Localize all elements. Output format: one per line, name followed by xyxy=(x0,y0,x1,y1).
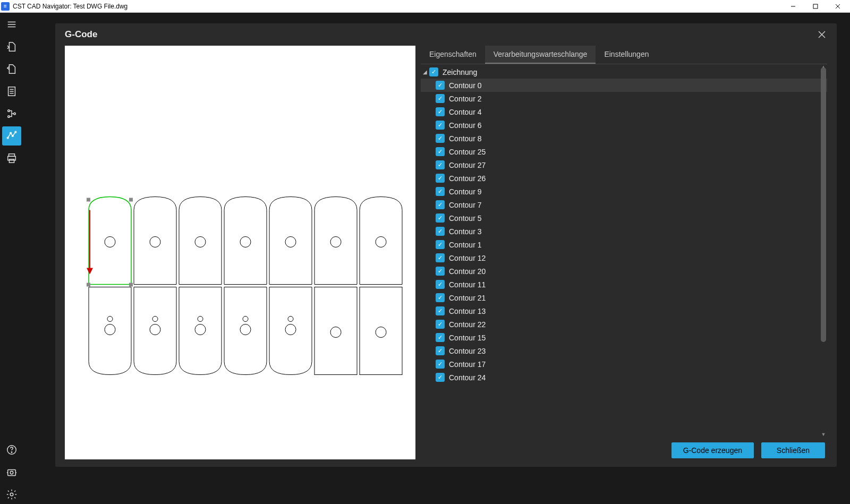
settings-icon[interactable] xyxy=(2,485,21,504)
contour-row[interactable]: Contour 7 xyxy=(421,198,827,211)
contour-row[interactable]: Contour 0 xyxy=(421,79,827,92)
contour-row[interactable]: Contour 15 xyxy=(421,331,827,344)
contour-row[interactable]: Contour 3 xyxy=(421,225,827,238)
contour-label: Contour 11 xyxy=(449,280,486,289)
contour-row[interactable]: Contour 11 xyxy=(421,278,827,291)
tab-queue[interactable]: Verarbeitungswarteschlange xyxy=(485,46,596,64)
screenshot-icon[interactable] xyxy=(2,463,21,482)
contour-label: Contour 5 xyxy=(449,214,481,223)
checkbox-icon[interactable] xyxy=(436,134,445,143)
svg-point-35 xyxy=(330,237,341,247)
contour-label: Contour 2 xyxy=(449,95,481,103)
contour-row[interactable]: Contour 8 xyxy=(421,132,827,145)
gcode-icon[interactable] xyxy=(2,126,21,146)
modal-close-button[interactable] xyxy=(817,29,827,40)
contour-label: Contour 4 xyxy=(449,108,481,116)
svg-point-11 xyxy=(8,110,10,112)
tab-props[interactable]: Eigenschaften xyxy=(421,46,485,64)
contour-row[interactable]: Contour 23 xyxy=(421,344,827,357)
contour-row[interactable]: Contour 24 xyxy=(421,371,827,384)
window-titlebar: CST CAD Navigator: Test DWG File.dwg xyxy=(0,0,850,13)
menu-icon[interactable] xyxy=(2,15,21,34)
contour-row[interactable]: Contour 2 xyxy=(421,92,827,105)
contour-row[interactable]: Contour 26 xyxy=(421,172,827,185)
checkbox-icon[interactable] xyxy=(436,174,445,183)
tab-settings[interactable]: Einstellungen xyxy=(596,46,657,64)
window-controls xyxy=(782,0,849,13)
contour-row[interactable]: Contour 17 xyxy=(421,357,827,371)
modal-header: G-Code xyxy=(55,23,837,46)
drawing-preview[interactable] xyxy=(65,46,415,459)
document-icon[interactable] xyxy=(2,82,21,101)
help-icon[interactable] xyxy=(2,440,21,459)
svg-rect-53 xyxy=(87,283,90,287)
window-maximize-button[interactable] xyxy=(804,0,827,13)
checkbox-icon[interactable] xyxy=(436,320,445,329)
scroll-down-arrow[interactable]: ▼ xyxy=(821,432,826,437)
contour-row[interactable]: Contour 5 xyxy=(421,211,827,225)
svg-point-45 xyxy=(288,317,293,322)
checkbox-icon[interactable] xyxy=(436,346,445,355)
svg-point-31 xyxy=(150,237,160,247)
checkbox-icon[interactable] xyxy=(436,121,445,130)
window-close-button[interactable] xyxy=(827,0,849,13)
checkbox-icon[interactable] xyxy=(436,81,445,90)
checkbox-icon[interactable] xyxy=(436,213,445,223)
checkbox-icon[interactable] xyxy=(429,67,438,76)
generate-gcode-button[interactable]: G-Code erzeugen xyxy=(672,442,754,458)
tree-root[interactable]: ◢Zeichnung xyxy=(421,65,827,79)
checkbox-icon[interactable] xyxy=(436,253,445,262)
svg-point-46 xyxy=(285,324,296,335)
svg-point-50 xyxy=(376,327,386,338)
checkbox-icon[interactable] xyxy=(436,267,445,276)
window-minimize-button[interactable] xyxy=(782,0,804,13)
contour-label: Contour 12 xyxy=(449,254,486,262)
checkbox-icon[interactable] xyxy=(436,107,445,116)
workspace: G-Code xyxy=(0,13,850,504)
import-file-icon[interactable] xyxy=(2,37,21,56)
checkbox-icon[interactable] xyxy=(436,240,445,249)
checkbox-icon[interactable] xyxy=(436,360,445,369)
export-file-icon[interactable] xyxy=(2,59,21,79)
contour-row[interactable]: Contour 13 xyxy=(421,304,827,318)
svg-rect-23 xyxy=(8,469,16,475)
checkbox-icon[interactable] xyxy=(436,227,445,236)
scrollbar[interactable]: ▲ ▼ xyxy=(820,65,827,436)
contour-row[interactable]: Contour 4 xyxy=(421,105,827,118)
contour-row[interactable]: Contour 1 xyxy=(421,238,827,251)
contour-row[interactable]: Contour 22 xyxy=(421,318,827,331)
contour-row[interactable]: Contour 9 xyxy=(421,185,827,198)
contour-row[interactable]: Contour 20 xyxy=(421,264,827,278)
checkbox-icon[interactable] xyxy=(436,293,445,302)
contour-label: Contour 7 xyxy=(449,201,481,209)
checkbox-icon[interactable] xyxy=(436,333,445,342)
checkbox-icon[interactable] xyxy=(436,187,445,196)
svg-point-39 xyxy=(152,317,158,322)
svg-point-13 xyxy=(14,113,16,115)
contour-row[interactable]: Contour 27 xyxy=(421,158,827,172)
contour-row[interactable]: Contour 12 xyxy=(421,251,827,264)
left-sidebar xyxy=(0,13,23,504)
checkbox-icon[interactable] xyxy=(436,373,445,382)
close-modal-button[interactable]: Schließen xyxy=(761,442,825,458)
svg-point-43 xyxy=(243,317,248,322)
contour-row[interactable]: Contour 25 xyxy=(421,145,827,158)
svg-point-27 xyxy=(10,493,13,496)
checkbox-icon[interactable] xyxy=(436,200,445,209)
checkbox-icon[interactable] xyxy=(436,280,445,289)
structure-icon[interactable] xyxy=(2,104,21,123)
modal-footer: G-Code erzeugen Schließen xyxy=(421,437,827,459)
contour-row[interactable]: Contour 21 xyxy=(421,291,827,304)
checkbox-icon[interactable] xyxy=(436,160,445,169)
print-icon[interactable] xyxy=(2,149,21,168)
contour-label: Contour 3 xyxy=(449,227,481,236)
scrollbar-thumb[interactable] xyxy=(821,67,826,342)
contour-label: Contour 17 xyxy=(449,360,486,369)
checkbox-icon[interactable] xyxy=(436,147,445,156)
checkbox-icon[interactable] xyxy=(436,306,445,315)
checkbox-icon[interactable] xyxy=(436,94,445,103)
svg-point-38 xyxy=(105,324,115,335)
expand-arrow-icon[interactable]: ◢ xyxy=(422,69,428,75)
contour-row[interactable]: Contour 6 xyxy=(421,118,827,132)
svg-point-40 xyxy=(150,324,160,335)
